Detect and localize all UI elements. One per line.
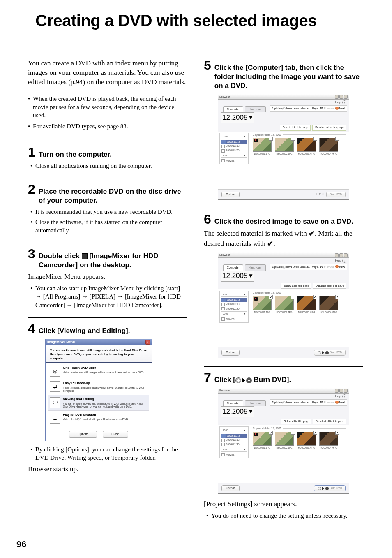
thumbnail[interactable]: DSC00002.JPG <box>275 296 294 314</box>
tree-folder-selected[interactable]: 2005/12/18 <box>221 434 247 438</box>
tree-folder[interactable]: 2005/12/18 <box>221 438 247 442</box>
maximize-icon[interactable] <box>339 95 343 99</box>
select-all-button[interactable]: Select all in this page <box>280 125 311 131</box>
help-link[interactable]: Help <box>335 259 341 262</box>
step-1: 1 Turn on the computer. Close all applic… <box>28 146 187 170</box>
close-icon[interactable] <box>344 389 348 393</box>
menu-item-desc: Import movies and still images which hav… <box>63 386 148 393</box>
tree-folder[interactable]: 2005/12/20 <box>221 148 247 153</box>
menu-item-viewing-editing[interactable]: 🖵 Viewing and Editing You can browse mov… <box>48 395 149 410</box>
folder-dropdown[interactable]: 12.2005▾ <box>221 406 254 417</box>
folder-dropdown[interactable]: 12.2005▾ <box>221 271 254 282</box>
select-all-button[interactable]: Select all in this page <box>281 419 311 425</box>
chevron-down-icon: ▾ <box>244 135 245 138</box>
thumbnail[interactable]: ✔M2U00003.MPG <box>297 432 316 449</box>
browser-sidebar: 2005▾ 2005/12/18 2005/12/18 2005/12/20 2… <box>218 132 250 189</box>
options-button[interactable]: Options <box>69 431 97 438</box>
tree-year[interactable]: 2005▾ <box>221 134 247 139</box>
tree-year[interactable]: 2006▾ <box>221 447 247 452</box>
thumbnail[interactable]: ✔DSC00001.JPG <box>253 432 272 449</box>
next-link[interactable]: Next <box>335 401 345 404</box>
menu-item-title: One Touch DVD Burn <box>63 366 144 370</box>
separator <box>28 178 187 178</box>
thumbnail[interactable]: ✔DSC00001.JPG <box>253 296 272 314</box>
page-indicator: Page: 1/1 <box>312 401 323 404</box>
help-link[interactable]: Help <box>335 101 341 104</box>
menu-item-playlist[interactable]: ≣ Playlist DVD creation Write playlist(s… <box>48 410 149 426</box>
tree-folder[interactable]: 2005/12/20 <box>221 307 247 311</box>
disc-icon <box>325 351 329 354</box>
options-button[interactable]: Options <box>221 192 240 198</box>
tree-year[interactable]: 2006▾ <box>221 153 247 158</box>
tree-folder[interactable]: 2005/12/20 <box>221 442 247 447</box>
maximize-icon[interactable] <box>339 389 343 393</box>
thumbnail[interactable]: DSC00001.JPG <box>253 138 272 155</box>
tab-handycam[interactable]: Handycam <box>245 264 266 270</box>
close-icon[interactable] <box>344 95 348 99</box>
deselect-all-button[interactable]: Deselect all in this page <box>312 125 346 131</box>
minimize-icon[interactable] <box>335 389 339 393</box>
close-button[interactable]: Close <box>103 431 128 438</box>
minimize-icon[interactable] <box>335 95 339 99</box>
close-icon[interactable] <box>344 253 348 257</box>
disc-icon <box>325 487 329 490</box>
help-link[interactable]: Help <box>335 395 341 398</box>
tree-movies[interactable]: Movies <box>221 317 247 322</box>
tab-computer[interactable]: Computer <box>223 106 243 112</box>
to-edit-link[interactable]: to Edit <box>316 193 323 197</box>
next-link[interactable]: Next <box>335 107 345 110</box>
previous-link: Previous <box>324 401 334 404</box>
burn-dvd-button[interactable]: Burn DVD <box>326 192 346 198</box>
tree-folder-selected[interactable]: 2005/12/18 <box>221 298 247 302</box>
tree-movies[interactable]: Movies <box>221 159 247 163</box>
select-all-button[interactable]: Select all in this page <box>281 283 311 289</box>
tree-movies[interactable]: Movies <box>221 453 247 457</box>
tab-handycam[interactable]: Handycam <box>245 400 266 406</box>
options-button[interactable]: Options <box>221 485 240 491</box>
step-title: Double click [ImageMixer for HDD Camcord… <box>39 252 187 270</box>
tab-handycam[interactable]: Handycam <box>245 106 266 112</box>
tree-year[interactable]: 2005▾ <box>221 292 247 297</box>
thumbnail[interactable]: M2U00003.MPG <box>297 138 316 155</box>
disc-icon <box>318 351 321 354</box>
minimize-icon[interactable] <box>335 253 339 257</box>
tree-year[interactable]: 2006▾ <box>221 311 247 316</box>
burn-dvd-button[interactable]: Burn DVD <box>314 350 346 356</box>
note-item: When the created DVD is played back, the… <box>28 95 187 120</box>
tab-computer[interactable]: Computer <box>223 400 243 406</box>
selection-status: 3 picture(s) have been selected. <box>272 265 310 269</box>
close-icon[interactable]: × <box>145 340 150 345</box>
help-icon[interactable]: ? <box>342 394 346 398</box>
thumbnail[interactable]: ✔M2U00004.MPG <box>319 296 338 314</box>
browser-screenshot-2: Browser Help? Computer Handycam 12.2005▾… <box>218 252 349 358</box>
step-2: 2 Place the recordable DVD on the disc d… <box>28 183 187 234</box>
deselect-all-button[interactable]: Deselect all in this page <box>313 283 346 289</box>
window-title: ImageMixer Menu <box>47 340 75 345</box>
thumbnail-area: Captured date: 12, 2005 ✔DSC00001.JPG DS… <box>250 425 349 483</box>
burn-dvd-button[interactable]: Burn DVD <box>314 485 346 491</box>
tree-folder-selected[interactable]: 2005/12/18 <box>221 140 247 144</box>
options-button[interactable]: Options <box>221 350 240 356</box>
thumbnail[interactable]: DSC00002.JPG <box>275 432 294 449</box>
menu-item-one-touch[interactable]: ◎ One Touch DVD Burn Write movies and st… <box>48 364 149 379</box>
folder-dropdown[interactable]: 12.2005▾ <box>221 112 254 123</box>
step-note: Close the software, if it has started on… <box>28 218 187 235</box>
thumbnail[interactable]: ✔M2U00004.MPG <box>319 432 338 449</box>
thumbnail[interactable]: ✔M2U00003.MPG <box>297 296 316 314</box>
help-icon[interactable]: ? <box>342 259 346 263</box>
thumbnail-label: DSC00001.JPG <box>253 153 272 155</box>
help-icon[interactable]: ? <box>342 100 346 104</box>
next-link[interactable]: Next <box>335 265 345 268</box>
menu-item-easy-backup[interactable]: ⇄ Easy PC Back-up Import movies and stil… <box>48 379 149 394</box>
tree-folder[interactable]: 2005/12/18 <box>221 144 247 148</box>
deselect-all-button[interactable]: Deselect all in this page <box>313 419 346 425</box>
maximize-icon[interactable] <box>339 253 343 257</box>
window-title: Browser <box>219 253 230 257</box>
browser-screenshot-3: Browser Help? Computer Handycam 12.2005▾… <box>218 388 349 494</box>
tree-year[interactable]: 2005▾ <box>221 428 247 433</box>
tab-computer[interactable]: Computer <box>223 264 243 270</box>
tree-folder[interactable]: 2005/12/18 <box>221 302 247 307</box>
thumbnail[interactable]: M2U00004.MPG <box>319 138 338 155</box>
checkmark-icon <box>335 137 339 141</box>
thumbnail[interactable]: DSC00002.JPG <box>275 138 294 155</box>
